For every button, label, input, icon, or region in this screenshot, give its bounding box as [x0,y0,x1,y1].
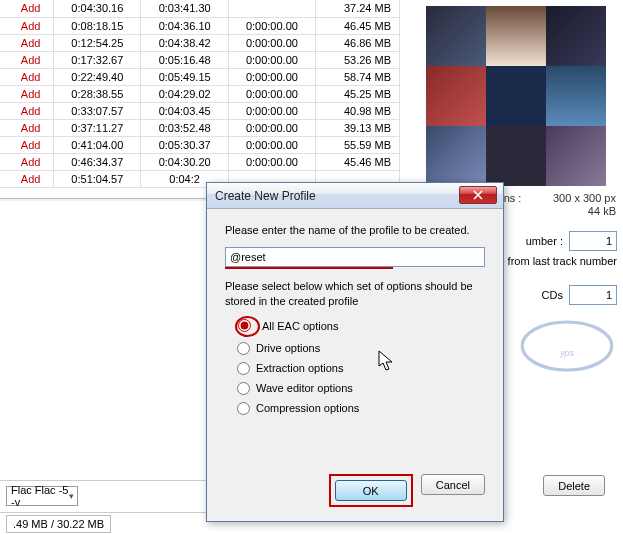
table-row[interactable]: Add0:41:04.000:05:30.370:00:00.0055.59 M… [0,136,400,153]
table-row[interactable]: Add0:08:18.150:04:36.100:00:00.0046.45 M… [0,17,400,34]
create-profile-dialog: Create New Profile Please enter the name… [206,182,504,522]
add-button[interactable]: Add [0,102,54,119]
time-cell: 0:46:34.37 [54,153,141,170]
add-button[interactable]: Add [0,34,54,51]
number-label: umber : [526,235,563,247]
size-cell: 46.45 MB [316,17,400,34]
add-button[interactable]: Add [0,119,54,136]
radio-wave-editor[interactable]: Wave editor options [237,382,485,395]
svg-text:yps: yps [559,348,574,358]
time-cell: 0:51:04.57 [54,170,141,187]
add-button[interactable]: Add [0,85,54,102]
add-button[interactable]: Add [0,51,54,68]
gap-cell: 0:00:00.00 [228,119,315,136]
table-row[interactable]: Add0:12:54.250:04:38.420:00:00.0046.86 M… [0,34,400,51]
autotrack-label: e from last track number [498,255,617,267]
size-cell: 40.98 MB [316,102,400,119]
add-button[interactable]: Add [0,68,54,85]
size-panel: .49 MB / 30.22 MB [6,515,111,533]
dialog-prompt: Please enter the name of the profile to … [225,223,485,237]
codec-dropdown[interactable]: Flac Flac -5 -v [6,486,78,506]
dialog-titlebar[interactable]: Create New Profile [207,183,503,209]
number-field[interactable] [569,231,617,251]
gap-cell: 0:00:00.00 [228,136,315,153]
size-cell: 55.59 MB [316,136,400,153]
time-cell: 0:37:11.27 [54,119,141,136]
add-button[interactable]: Add [0,136,54,153]
size-cell: 37.24 MB [316,0,400,17]
time-cell: 0:41:04.00 [54,136,141,153]
table-row[interactable]: Add0:04:30.160:03:41.3037.24 MB [0,0,400,17]
time-cell: 0:12:54.25 [54,34,141,51]
cds-label: CDs [542,289,563,301]
options-radiogroup: All EAC options Drive options Extraction… [237,318,485,415]
time-cell: 0:08:18.15 [54,17,141,34]
table-row[interactable]: Add0:22:49.400:05:49.150:00:00.0058.74 M… [0,68,400,85]
highlight-underline [225,267,393,269]
size-cell: 39.13 MB [316,119,400,136]
size-cell: 45.25 MB [316,85,400,102]
duration-cell: 0:05:30.37 [141,136,228,153]
time-cell: 0:17:32.67 [54,51,141,68]
time-cell: 0:28:38.55 [54,85,141,102]
table-row[interactable]: Add0:17:32.670:05:16.480:00:00.0053.26 M… [0,51,400,68]
cancel-button[interactable]: Cancel [421,474,485,495]
gap-cell: 0:00:00.00 [228,34,315,51]
table-row[interactable]: Add0:28:38.550:04:29.020:00:00.0045.25 M… [0,85,400,102]
add-button[interactable]: Add [0,0,54,17]
dialog-title: Create New Profile [215,189,316,203]
duration-cell: 0:04:36.10 [141,17,228,34]
size-cell: 45.46 MB [316,153,400,170]
gap-cell: 0:00:00.00 [228,51,315,68]
close-icon[interactable] [459,186,497,204]
gap-cell: 0:00:00.00 [228,68,315,85]
table-row[interactable]: Add0:33:07.570:04:03.450:00:00.0040.98 M… [0,102,400,119]
duration-cell: 0:04:38.42 [141,34,228,51]
radio-extraction[interactable]: Extraction options [237,362,485,375]
table-row[interactable]: Add0:37:11.270:03:52.480:00:00.0039.13 M… [0,119,400,136]
gap-cell: 0:00:00.00 [228,102,315,119]
duration-cell: 0:04:29.02 [141,85,228,102]
size-cell: 53.26 MB [316,51,400,68]
duration-cell: 0:04:03.45 [141,102,228,119]
duration-cell: 0:03:41.30 [141,0,228,17]
gap-cell: 0:00:00.00 [228,17,315,34]
duration-cell: 0:05:16.48 [141,51,228,68]
yps-logo: yps [519,318,615,374]
time-cell: 0:04:30.16 [54,0,141,17]
cds-field[interactable] [569,285,617,305]
profile-name-input[interactable] [225,247,485,267]
table-row[interactable]: Add0:46:34.370:04:30.200:00:00.0045.46 M… [0,153,400,170]
gap-cell: 0:00:00.00 [228,85,315,102]
time-cell: 0:22:49.40 [54,68,141,85]
gap-cell [228,0,315,17]
gap-cell: 0:00:00.00 [228,153,315,170]
radio-drive[interactable]: Drive options [237,342,485,355]
delete-button[interactable]: Delete [543,475,605,496]
size-cell: 46.86 MB [316,34,400,51]
radio-all-eac[interactable]: All EAC options [237,318,485,335]
ok-button[interactable]: OK [335,480,407,501]
ok-highlight: OK [329,474,413,507]
track-table: Add0:04:30.160:03:41.3037.24 MBAdd0:08:1… [0,0,400,188]
duration-cell: 0:05:49.15 [141,68,228,85]
duration-cell: 0:04:30.20 [141,153,228,170]
add-button[interactable]: Add [0,170,54,187]
cover-art[interactable] [426,6,606,186]
dialog-subtext: Please select below which set of options… [225,279,485,308]
add-button[interactable]: Add [0,17,54,34]
time-cell: 0:33:07.57 [54,102,141,119]
add-button[interactable]: Add [0,153,54,170]
duration-cell: 0:03:52.48 [141,119,228,136]
size-cell: 58.74 MB [316,68,400,85]
svg-point-0 [522,322,612,370]
radio-compression[interactable]: Compression options [237,402,485,415]
